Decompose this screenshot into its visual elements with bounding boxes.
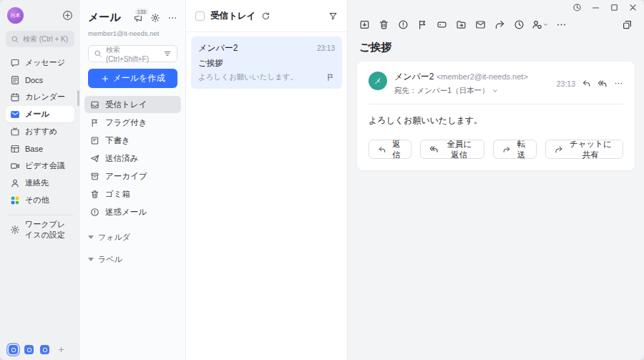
sidebar-item-video-meeting[interactable]: ビデオ会議 bbox=[6, 157, 74, 174]
item-sender: メンバー2 bbox=[198, 42, 238, 54]
folder-drafts[interactable]: 下書き bbox=[84, 132, 181, 149]
window-dock bbox=[6, 342, 74, 356]
report-spam-icon[interactable] bbox=[396, 18, 410, 31]
inbox-icon bbox=[90, 100, 99, 110]
dock-window-3[interactable] bbox=[40, 345, 49, 354]
sidebar-item-calendar[interactable]: カレンダー bbox=[6, 89, 74, 105]
forward-icon bbox=[502, 145, 511, 154]
button-label: 全員に返信 bbox=[443, 139, 475, 160]
dock-window-2[interactable] bbox=[24, 345, 34, 354]
tenant-avatar[interactable]: 日本 bbox=[7, 7, 24, 24]
select-all-checkbox[interactable] bbox=[195, 11, 205, 21]
chevron-down-icon bbox=[542, 21, 549, 28]
reply-all-button[interactable]: 全員に返信 bbox=[420, 140, 484, 159]
message-time: 23:13 bbox=[557, 79, 575, 88]
mail-more-icon[interactable] bbox=[167, 13, 177, 23]
message-more-icon[interactable] bbox=[614, 79, 623, 88]
mail-list-panel: 受信トレイ メンバー2 23:13 ご挨拶 よろしくお願いいたします。 bbox=[186, 0, 348, 360]
more-actions-icon[interactable] bbox=[555, 18, 568, 31]
section-folders[interactable]: フォルダ bbox=[88, 232, 177, 243]
folder-label: 下書き bbox=[105, 135, 130, 146]
archive-icon[interactable] bbox=[358, 18, 371, 31]
section-label: フォルダ bbox=[98, 232, 130, 243]
sidebar-item-label: Docs bbox=[25, 76, 43, 84]
label-icon[interactable] bbox=[435, 18, 449, 31]
sender-avatar[interactable]: メ bbox=[369, 72, 387, 90]
dock-add-icon[interactable] bbox=[57, 346, 65, 354]
snooze-icon[interactable] bbox=[512, 18, 526, 31]
close-icon[interactable] bbox=[628, 3, 638, 12]
sidebar-item-mail[interactable]: メール bbox=[6, 106, 74, 122]
message-card: メ メンバー2 <member2@it-needs.net> 宛先：メンバー1（… bbox=[357, 62, 635, 170]
spam-icon bbox=[90, 208, 99, 217]
sidebar-item-moments[interactable]: おすすめ bbox=[6, 123, 74, 140]
folder-inbox[interactable]: 受信トレイ bbox=[84, 96, 181, 113]
sidebar-item-contacts[interactable]: 連絡先 bbox=[6, 175, 74, 191]
contacts-icon bbox=[10, 178, 20, 188]
move-to-folder-icon[interactable] bbox=[454, 18, 468, 31]
maximize-icon[interactable] bbox=[610, 3, 619, 12]
filter-funnel-icon[interactable] bbox=[328, 11, 338, 21]
docs-icon bbox=[10, 75, 20, 85]
folder-label: 送信済み bbox=[105, 153, 138, 164]
delete-icon[interactable] bbox=[377, 18, 391, 31]
mail-migration-icon[interactable]: 133 bbox=[133, 13, 143, 23]
sidebar-item-more-apps[interactable]: その他 bbox=[6, 192, 74, 208]
search-filter-icon[interactable] bbox=[163, 49, 172, 58]
folder-label: フラグ付き bbox=[105, 117, 147, 128]
assign-conversation-button[interactable] bbox=[532, 18, 549, 31]
divider bbox=[369, 104, 623, 104]
mail-panel-title: メール bbox=[88, 11, 121, 24]
sent-icon bbox=[90, 154, 99, 163]
reply-icon[interactable] bbox=[582, 79, 591, 88]
mail-search-input[interactable]: 検索 (Ctrl+Shift+F) bbox=[88, 45, 177, 62]
dock-window-1[interactable] bbox=[9, 345, 18, 354]
refresh-icon[interactable] bbox=[261, 11, 270, 21]
folder-label: 迷惑メール bbox=[105, 207, 147, 218]
mail-account-address: member1@it-needs.net bbox=[88, 29, 177, 37]
mark-as-read-icon[interactable] bbox=[474, 18, 487, 31]
reply-all-icon[interactable] bbox=[597, 79, 608, 89]
folder-trash[interactable]: ゴミ箱 bbox=[84, 185, 181, 203]
folder-flagged[interactable]: フラグ付き bbox=[84, 114, 181, 131]
sidebar-item-base[interactable]: Base bbox=[6, 140, 74, 157]
open-in-new-window-icon[interactable] bbox=[620, 18, 634, 31]
minimize-icon[interactable] bbox=[591, 3, 600, 12]
chevron-down-icon bbox=[492, 87, 499, 94]
sidebar-item-workplace-settings[interactable]: ワークプレイスの設定 bbox=[6, 221, 74, 238]
reply-button[interactable]: 返信 bbox=[369, 140, 411, 159]
flag-icon[interactable] bbox=[416, 18, 429, 31]
folder-archive[interactable]: アーカイブ bbox=[84, 167, 181, 185]
share-to-chat-button[interactable]: チャットに共有 bbox=[545, 140, 623, 159]
mail-search-placeholder: 検索 (Ctrl+Shift+F) bbox=[106, 45, 160, 63]
history-icon[interactable] bbox=[572, 3, 582, 12]
sidebar-item-label: ビデオ会議 bbox=[25, 160, 65, 171]
item-preview: よろしくお願いいたします。 bbox=[198, 72, 298, 82]
forward-button[interactable]: 転送 bbox=[493, 140, 536, 159]
button-label: 転送 bbox=[515, 139, 527, 160]
sender-name: メンバー2 bbox=[394, 72, 434, 82]
add-circle-icon[interactable] bbox=[62, 10, 73, 21]
folder-spam[interactable]: 迷惑メール bbox=[84, 203, 181, 220]
folder-sent[interactable]: 送信済み bbox=[84, 150, 181, 167]
base-icon bbox=[10, 144, 20, 154]
sidebar-item-label: メッセージ bbox=[25, 57, 65, 68]
section-labels[interactable]: ラベル bbox=[88, 254, 177, 265]
section-label: ラベル bbox=[98, 254, 122, 265]
mail-list-item[interactable]: メンバー2 23:13 ご挨拶 よろしくお願いいたします。 bbox=[191, 37, 342, 89]
folder-label: ゴミ箱 bbox=[105, 189, 130, 200]
mail-subject: ご挨拶 bbox=[359, 41, 633, 54]
sidebar-item-label: ワークプレイスの設定 bbox=[25, 219, 70, 240]
compose-mail-button[interactable]: メールを作成 bbox=[88, 69, 177, 88]
forward-icon[interactable] bbox=[493, 18, 507, 31]
sidebar-item-label: カレンダー bbox=[25, 92, 65, 102]
mail-settings-gear-icon[interactable] bbox=[150, 13, 160, 23]
flag-icon[interactable] bbox=[326, 73, 335, 82]
gear-icon bbox=[10, 225, 20, 235]
sidebar-item-docs[interactable]: Docs bbox=[6, 72, 74, 88]
global-search-input[interactable]: 検索 (Ctrl + K) bbox=[6, 31, 74, 47]
sidebar-item-messages[interactable]: メッセージ bbox=[6, 54, 74, 71]
sidebar-scrollbar[interactable] bbox=[77, 90, 79, 106]
compose-label: メールを作成 bbox=[113, 72, 165, 84]
recipient-line[interactable]: 宛先：メンバー1（日本一） bbox=[394, 86, 528, 96]
